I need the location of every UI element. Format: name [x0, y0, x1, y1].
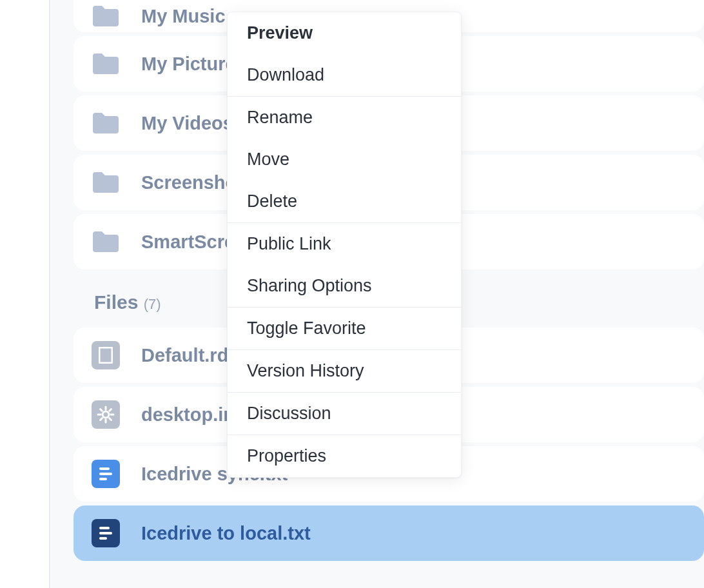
menu-item-move[interactable]: Move: [228, 139, 461, 181]
page-icon: [92, 341, 120, 369]
menu-item-rename[interactable]: Rename: [228, 97, 461, 139]
file-name: Default.rdp: [141, 345, 240, 366]
svg-line-9: [110, 409, 112, 411]
menu-section: Discussion: [228, 393, 461, 435]
menu-item-properties[interactable]: Properties: [228, 435, 461, 477]
folder-icon: [92, 112, 120, 135]
menu-item-sharing-options[interactable]: Sharing Options: [228, 265, 461, 307]
menu-section: Preview Download: [228, 12, 461, 97]
folder-name: My Videos: [141, 113, 233, 134]
sidebar-column: [0, 0, 50, 588]
menu-item-preview[interactable]: Preview: [228, 12, 461, 54]
folder-icon: [92, 52, 120, 75]
gear-icon: [92, 400, 120, 429]
menu-item-version-history[interactable]: Version History: [228, 350, 461, 392]
file-row-selected[interactable]: Icedrive to local.txt: [73, 505, 704, 561]
menu-item-download[interactable]: Download: [228, 54, 461, 96]
menu-item-delete[interactable]: Delete: [228, 181, 461, 222]
folder-name: My Music: [141, 6, 226, 27]
svg-line-7: [110, 418, 112, 420]
files-count: (7): [144, 296, 161, 312]
document-icon: [92, 460, 120, 488]
menu-item-toggle-favorite[interactable]: Toggle Favorite: [228, 308, 461, 349]
menu-item-discussion[interactable]: Discussion: [228, 393, 461, 435]
menu-section: Version History: [228, 350, 461, 393]
menu-section: Properties: [228, 435, 461, 477]
files-label: Files: [94, 291, 138, 313]
folder-icon: [92, 171, 120, 194]
svg-line-8: [101, 418, 103, 420]
menu-section: Public Link Sharing Options: [228, 223, 461, 308]
menu-item-public-link[interactable]: Public Link: [228, 223, 461, 265]
file-name: Icedrive to local.txt: [141, 523, 311, 544]
svg-point-1: [103, 411, 109, 418]
menu-section: Rename Move Delete: [228, 97, 461, 223]
file-name: desktop.ini: [141, 404, 240, 426]
svg-line-6: [101, 409, 103, 411]
folder-icon: [92, 5, 120, 28]
svg-rect-0: [99, 348, 112, 363]
menu-section: Toggle Favorite: [228, 308, 461, 350]
context-menu: Preview Download Rename Move Delete Publ…: [227, 12, 462, 478]
folder-icon: [92, 230, 120, 253]
document-icon: [92, 519, 120, 547]
